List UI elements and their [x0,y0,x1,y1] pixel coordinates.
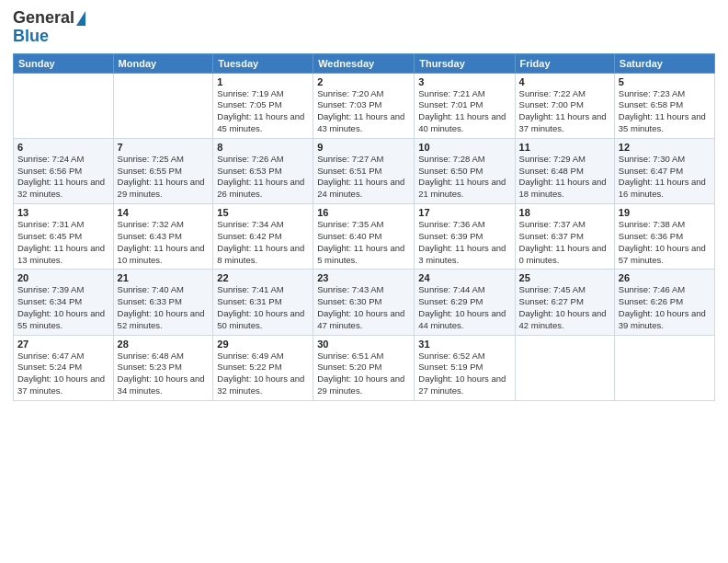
day-info: Sunrise: 7:20 AMSunset: 7:03 PMDaylight:… [317,88,410,135]
day-number: 22 [217,272,309,283]
calendar-cell: 15Sunrise: 7:34 AMSunset: 6:42 PMDayligh… [213,204,313,270]
day-number: 8 [217,142,309,153]
day-info: Sunrise: 7:40 AMSunset: 6:33 PMDaylight:… [118,284,210,331]
day-number: 19 [619,207,711,218]
calendar-cell [515,335,614,400]
day-number: 15 [217,207,309,218]
calendar-cell: 28Sunrise: 6:48 AMSunset: 5:23 PMDayligh… [113,335,213,400]
week-row-2: 13Sunrise: 7:31 AMSunset: 6:45 PMDayligh… [14,204,715,270]
weekday-header-saturday: Saturday [614,53,714,73]
day-info: Sunrise: 7:25 AMSunset: 6:55 PMDaylight:… [118,154,210,201]
week-row-3: 20Sunrise: 7:39 AMSunset: 6:34 PMDayligh… [14,270,715,335]
day-number: 3 [418,76,510,87]
day-info: Sunrise: 7:19 AMSunset: 7:05 PMDaylight:… [217,88,309,135]
day-info: Sunrise: 7:26 AMSunset: 6:53 PMDaylight:… [217,154,309,201]
day-info: Sunrise: 7:32 AMSunset: 6:43 PMDaylight:… [118,219,210,266]
calendar-cell: 27Sunrise: 6:47 AMSunset: 5:24 PMDayligh… [14,335,114,400]
calendar-cell: 11Sunrise: 7:29 AMSunset: 6:48 PMDayligh… [515,138,614,203]
calendar-cell: 20Sunrise: 7:39 AMSunset: 6:34 PMDayligh… [14,270,114,335]
calendar-cell: 31Sunrise: 6:52 AMSunset: 5:19 PMDayligh… [415,335,515,400]
day-number: 10 [418,142,510,153]
calendar-cell: 8Sunrise: 7:26 AMSunset: 6:53 PMDaylight… [213,138,313,203]
calendar-cell: 17Sunrise: 7:36 AMSunset: 6:39 PMDayligh… [415,204,515,270]
day-number: 5 [619,76,711,87]
calendar-cell [113,73,213,138]
day-info: Sunrise: 6:49 AMSunset: 5:22 PMDaylight:… [217,350,309,397]
day-info: Sunrise: 7:27 AMSunset: 6:51 PMDaylight:… [317,154,410,201]
calendar-cell: 16Sunrise: 7:35 AMSunset: 6:40 PMDayligh… [313,204,415,270]
week-row-1: 6Sunrise: 7:24 AMSunset: 6:56 PMDaylight… [14,138,715,203]
day-number: 24 [418,272,510,283]
day-info: Sunrise: 7:31 AMSunset: 6:45 PMDaylight:… [17,219,109,266]
day-info: Sunrise: 7:29 AMSunset: 6:48 PMDaylight:… [519,154,610,201]
calendar-cell: 12Sunrise: 7:30 AMSunset: 6:47 PMDayligh… [614,138,714,203]
calendar-cell: 21Sunrise: 7:40 AMSunset: 6:33 PMDayligh… [113,270,213,335]
day-number: 20 [17,272,109,283]
calendar-cell: 7Sunrise: 7:25 AMSunset: 6:55 PMDaylight… [113,138,213,203]
day-info: Sunrise: 7:35 AMSunset: 6:40 PMDaylight:… [317,219,410,266]
weekday-header-friday: Friday [515,53,614,73]
day-number: 21 [118,272,210,283]
day-info: Sunrise: 6:48 AMSunset: 5:23 PMDaylight:… [118,350,210,397]
day-info: Sunrise: 7:22 AMSunset: 7:00 PMDaylight:… [519,88,610,135]
logo-text-blue: Blue [13,28,49,46]
calendar-cell [14,73,114,138]
day-info: Sunrise: 7:21 AMSunset: 7:01 PMDaylight:… [418,88,510,135]
calendar-cell: 29Sunrise: 6:49 AMSunset: 5:22 PMDayligh… [213,335,313,400]
logo-text-general: General [13,9,74,28]
day-number: 25 [519,272,610,283]
day-number: 18 [519,207,610,218]
logo: General Blue [13,9,85,46]
calendar-cell: 10Sunrise: 7:28 AMSunset: 6:50 PMDayligh… [415,138,515,203]
day-info: Sunrise: 6:52 AMSunset: 5:19 PMDaylight:… [418,350,510,397]
day-info: Sunrise: 7:46 AMSunset: 6:26 PMDaylight:… [619,284,711,331]
day-info: Sunrise: 7:38 AMSunset: 6:36 PMDaylight:… [619,219,711,266]
week-row-4: 27Sunrise: 6:47 AMSunset: 5:24 PMDayligh… [14,335,715,400]
day-number: 13 [17,207,109,218]
day-number: 14 [118,207,210,218]
calendar-table: SundayMondayTuesdayWednesdayThursdayFrid… [13,53,715,401]
day-number: 27 [17,339,109,350]
calendar-cell: 9Sunrise: 7:27 AMSunset: 6:51 PMDaylight… [313,138,415,203]
day-info: Sunrise: 7:37 AMSunset: 6:37 PMDaylight:… [519,219,610,266]
day-info: Sunrise: 7:34 AMSunset: 6:42 PMDaylight:… [217,219,309,266]
day-number: 29 [217,339,309,350]
calendar-cell: 1Sunrise: 7:19 AMSunset: 7:05 PMDaylight… [213,73,313,138]
calendar-cell: 4Sunrise: 7:22 AMSunset: 7:00 PMDaylight… [515,73,614,138]
day-info: Sunrise: 7:44 AMSunset: 6:29 PMDaylight:… [418,284,510,331]
day-number: 4 [519,76,610,87]
calendar-cell: 24Sunrise: 7:44 AMSunset: 6:29 PMDayligh… [415,270,515,335]
calendar-cell: 13Sunrise: 7:31 AMSunset: 6:45 PMDayligh… [14,204,114,270]
calendar-cell: 3Sunrise: 7:21 AMSunset: 7:01 PMDaylight… [415,73,515,138]
day-info: Sunrise: 7:41 AMSunset: 6:31 PMDaylight:… [217,284,309,331]
calendar-cell: 2Sunrise: 7:20 AMSunset: 7:03 PMDaylight… [313,73,415,138]
day-number: 7 [118,142,210,153]
day-info: Sunrise: 7:28 AMSunset: 6:50 PMDaylight:… [418,154,510,201]
calendar-cell: 14Sunrise: 7:32 AMSunset: 6:43 PMDayligh… [113,204,213,270]
day-number: 9 [317,142,410,153]
day-number: 17 [418,207,510,218]
week-row-0: 1Sunrise: 7:19 AMSunset: 7:05 PMDaylight… [14,73,715,138]
day-number: 26 [619,272,711,283]
day-number: 2 [317,76,410,87]
day-number: 16 [317,207,410,218]
day-info: Sunrise: 7:39 AMSunset: 6:34 PMDaylight:… [17,284,109,331]
day-number: 6 [17,142,109,153]
weekday-header-wednesday: Wednesday [313,53,415,73]
calendar-cell: 22Sunrise: 7:41 AMSunset: 6:31 PMDayligh… [213,270,313,335]
day-info: Sunrise: 7:43 AMSunset: 6:30 PMDaylight:… [317,284,410,331]
calendar-cell: 19Sunrise: 7:38 AMSunset: 6:36 PMDayligh… [614,204,714,270]
weekday-header-sunday: Sunday [14,53,114,73]
day-number: 30 [317,339,410,350]
calendar-cell: 23Sunrise: 7:43 AMSunset: 6:30 PMDayligh… [313,270,415,335]
calendar-cell [614,335,714,400]
day-number: 23 [317,272,410,283]
day-number: 11 [519,142,610,153]
day-info: Sunrise: 7:30 AMSunset: 6:47 PMDaylight:… [619,154,711,201]
weekday-header-row: SundayMondayTuesdayWednesdayThursdayFrid… [14,53,715,73]
calendar-cell: 5Sunrise: 7:23 AMSunset: 6:58 PMDaylight… [614,73,714,138]
day-number: 12 [619,142,711,153]
day-info: Sunrise: 7:24 AMSunset: 6:56 PMDaylight:… [17,154,109,201]
day-number: 28 [118,339,210,350]
weekday-header-thursday: Thursday [415,53,515,73]
